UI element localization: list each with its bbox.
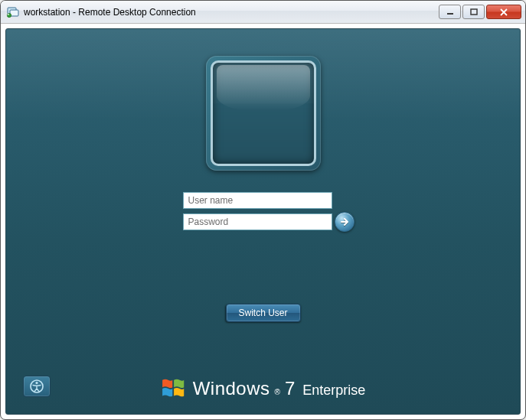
brand-product: Windows [193,378,270,399]
submit-arrow-button[interactable] [335,212,354,232]
user-picture-tile [206,56,321,171]
login-screen: Switch User Windows®7 Enterprise [5,28,521,415]
close-button[interactable] [486,5,521,19]
brand-edition: Enterprise [302,383,365,399]
ease-of-access-button[interactable] [23,376,51,397]
rdc-window: workstation - Remote Desktop Connection [0,0,526,420]
window-controls [439,5,521,19]
svg-rect-4 [471,9,477,15]
brand-text: Windows®7 Enterprise [193,378,366,399]
rdc-app-icon [7,6,19,18]
switch-user-button[interactable]: Switch User [225,304,300,322]
credential-fields [183,192,344,235]
window-title: workstation - Remote Desktop Connection [24,7,439,18]
windows-flag-icon [161,377,185,400]
minimize-button[interactable] [439,5,461,19]
svg-rect-3 [447,13,453,15]
password-input[interactable] [183,213,332,230]
svg-point-6 [35,382,38,384]
brand-reg: ® [275,388,280,396]
brand-version: 7 [285,378,295,399]
maximize-button[interactable] [462,5,485,19]
titlebar[interactable]: workstation - Remote Desktop Connection [1,1,525,24]
windows-branding: Windows®7 Enterprise [161,377,366,400]
username-input[interactable] [183,192,332,209]
login-area [126,56,401,235]
